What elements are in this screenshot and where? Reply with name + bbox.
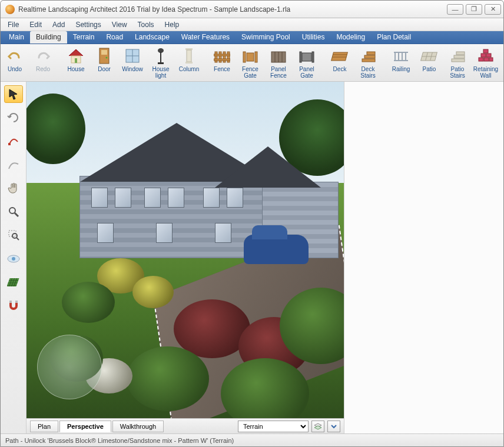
center-pane: Plan Perspective Walkthrough Terrain [26, 82, 344, 433]
tab-swimming-pool[interactable]: Swimming Pool [236, 31, 296, 44]
ribbon-label: Deck [333, 66, 347, 72]
tab-building[interactable]: Building [30, 31, 67, 44]
menu-settings[interactable]: Settings [71, 19, 105, 30]
menu-help[interactable]: Help [160, 19, 184, 30]
ribbon-label: Patio [423, 66, 436, 72]
tab-terrain[interactable]: Terrain [67, 31, 101, 44]
tab-modeling[interactable]: Modeling [330, 31, 371, 44]
ribbon-label: Door [98, 66, 111, 72]
svg-rect-47 [454, 55, 465, 58]
svg-rect-19 [214, 59, 230, 61]
door-icon [95, 46, 114, 65]
ribbon-door-button[interactable]: Door [90, 45, 118, 81]
ribbon-panel-gate-button[interactable]: Panel Gate [293, 45, 321, 81]
ribbon-undo-button[interactable]: Undo [1, 45, 29, 81]
ribbon-patio-button[interactable]: Patio [415, 45, 443, 81]
tool-sidebar [1, 82, 26, 433]
chevron-down-icon [331, 423, 337, 429]
tool-zoom-extents[interactable] [4, 250, 23, 268]
minimize-button[interactable]: — [447, 4, 463, 15]
scene-render [26, 82, 344, 418]
compass-widget[interactable] [37, 335, 102, 399]
ribbon-redo-button[interactable]: Redo [29, 45, 57, 81]
undo-icon [5, 46, 24, 65]
svg-rect-3 [101, 50, 107, 55]
layer-dropdown-button[interactable] [327, 421, 340, 432]
tab-utilities[interactable]: Utilities [296, 31, 331, 44]
view-tab-plan[interactable]: Plan [30, 421, 58, 432]
ribbon-fence-button[interactable]: Fence [208, 45, 236, 81]
ribbon-label: Redo [36, 66, 50, 72]
tool-zoom-region[interactable] [4, 226, 23, 244]
ribbon-label: Fence Gate [237, 66, 264, 79]
ribbon-column-button[interactable]: Column [175, 45, 203, 81]
ribbon-panel-fence-button[interactable]: Panel Fence [264, 45, 293, 81]
menu-view[interactable]: View [107, 19, 132, 30]
ribbon-retaining-wall-button[interactable]: Retaining Wall [472, 45, 500, 81]
ribbon-patio-stairs-button[interactable]: Patio Stairs [443, 45, 472, 81]
close-button[interactable]: ✕ [485, 4, 501, 15]
menu-add[interactable]: Add [48, 19, 69, 30]
layer-visibility-button[interactable] [311, 421, 324, 432]
ribbon-label: Railing [392, 66, 410, 72]
ribbon-house-button[interactable]: House [62, 45, 90, 81]
house-icon [67, 46, 85, 65]
svg-rect-66 [15, 301, 18, 303]
svg-rect-30 [331, 52, 348, 61]
svg-rect-22 [247, 53, 254, 61]
tool-curve[interactable] [4, 156, 23, 174]
tool-orbit[interactable] [4, 109, 23, 126]
svg-rect-27 [300, 52, 301, 62]
tab-road[interactable]: Road [100, 31, 129, 44]
ribbon-window-button[interactable]: Window [118, 45, 147, 81]
layer-select[interactable]: Terrain [238, 421, 309, 432]
svg-rect-49 [479, 58, 483, 61]
svg-rect-20 [243, 52, 246, 62]
tool-snap[interactable] [4, 297, 23, 315]
ribbon-railing-button[interactable]: Railing [387, 45, 415, 81]
svg-point-4 [106, 57, 108, 59]
tool-edit-points[interactable] [4, 132, 23, 150]
svg-rect-52 [481, 54, 486, 57]
tab-landscape[interactable]: Landscape [129, 31, 175, 44]
app-icon [5, 5, 15, 14]
ribbon: UndoRedoHouseDoorWindowHouse lightColumn… [1, 44, 503, 82]
svg-rect-13 [185, 62, 193, 64]
svg-rect-56 [8, 143, 11, 145]
svg-point-60 [12, 233, 17, 238]
ribbon-deck-button[interactable]: Deck [326, 45, 354, 81]
svg-rect-53 [486, 54, 491, 57]
tool-grid[interactable] [4, 273, 23, 291]
menu-tools[interactable]: Tools [133, 19, 159, 30]
ribbon-deck-stairs-button[interactable]: Deck Stairs [354, 45, 382, 81]
window-icon [123, 46, 142, 65]
svg-rect-50 [484, 58, 489, 61]
work-area: Plan Perspective Walkthrough Terrain [1, 82, 503, 433]
svg-rect-28 [312, 52, 314, 62]
patio-stairs-icon [448, 46, 467, 65]
menu-file[interactable]: File [3, 19, 24, 30]
tab-main[interactable]: Main [3, 31, 30, 44]
viewport-3d[interactable] [26, 82, 344, 418]
svg-rect-46 [452, 59, 465, 62]
tool-zoom[interactable] [4, 203, 23, 221]
tab-plan-detail[interactable]: Plan Detail [371, 31, 417, 44]
menu-bar: File Edit Add Settings View Tools Help [1, 18, 503, 31]
view-tab-perspective[interactable]: Perspective [59, 421, 111, 432]
ribbon-fence-gate-button[interactable]: Fence Gate [236, 45, 264, 81]
tool-pan[interactable] [4, 179, 23, 197]
panel-fence-icon [269, 46, 288, 65]
ribbon-lamp-button[interactable]: House light [147, 45, 175, 81]
maximize-button[interactable]: ❐ [466, 4, 482, 15]
svg-point-63 [12, 257, 15, 261]
menu-edit[interactable]: Edit [25, 19, 47, 30]
status-text: Path - Unilock 'Brussels Block® Limeston… [5, 437, 234, 444]
ribbon-label: Panel Fence [265, 66, 292, 79]
tab-water-features[interactable]: Water Features [175, 31, 236, 44]
svg-point-57 [9, 208, 15, 214]
tool-select[interactable] [4, 85, 23, 103]
ribbon-label: Fence [214, 66, 230, 72]
ribbon-label: House [68, 66, 85, 72]
view-tab-walkthrough[interactable]: Walkthrough [112, 421, 164, 432]
ribbon-accessory-button[interactable]: Acc St [500, 45, 503, 81]
